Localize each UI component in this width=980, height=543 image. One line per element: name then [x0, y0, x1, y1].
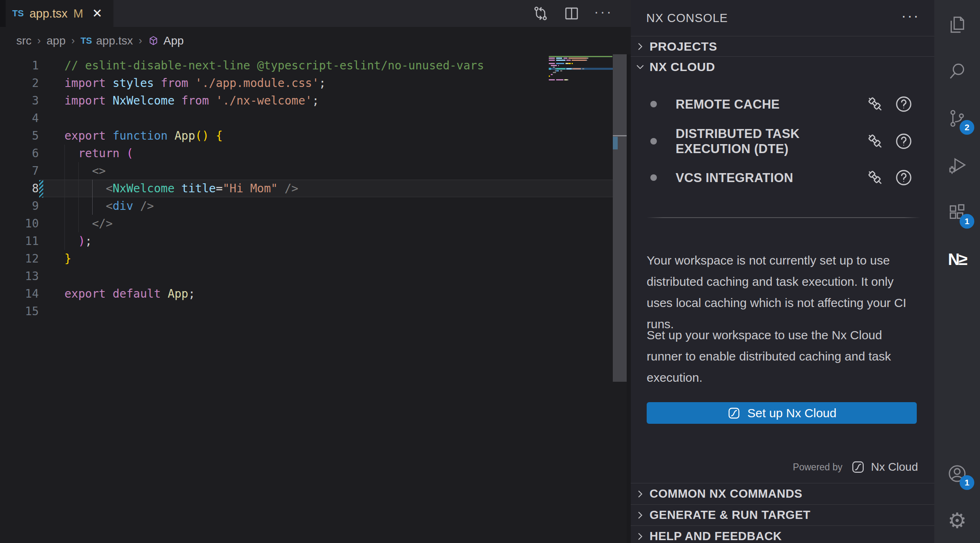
line-number: 13 — [0, 267, 39, 285]
code-line[interactable]: 12} — [0, 250, 547, 267]
open-changes-icon[interactable] — [532, 5, 549, 22]
line-number: 1 — [0, 57, 39, 74]
line-number: 4 — [0, 109, 39, 127]
nx-cloud-item[interactable]: VCS INTEGRATION — [631, 166, 934, 189]
help-question-icon[interactable] — [894, 168, 913, 187]
code-line[interactable]: 10 </> — [0, 215, 547, 232]
section-label: NX CLOUD — [650, 60, 715, 74]
accounts-badge: 1 — [960, 475, 974, 490]
line-content: </> — [39, 215, 113, 232]
help-question-icon[interactable] — [894, 95, 913, 113]
breadcrumb-separator: › — [37, 34, 41, 47]
editor-panel-gap — [627, 54, 631, 543]
more-actions-icon[interactable]: ··· — [594, 4, 613, 22]
nx-console-icon[interactable]: N≥ — [934, 236, 980, 282]
code-line[interactable]: 15 — [0, 303, 547, 320]
minimap[interactable] — [549, 54, 613, 99]
help-question-icon[interactable] — [894, 132, 913, 151]
code-line[interactable]: 4 — [0, 109, 547, 127]
explorer-icon[interactable] — [934, 2, 980, 47]
line-content: <NxWelcome title="Hi Mom" /> — [39, 180, 298, 197]
chevron-right-icon — [635, 489, 645, 499]
breadcrumb-symbol[interactable]: App — [163, 34, 184, 47]
panel-more-actions-icon[interactable]: ··· — [901, 7, 920, 24]
code-line[interactable]: 6 return ( — [0, 145, 547, 162]
line-number: 7 — [0, 162, 39, 180]
connect-plug-icon[interactable] — [866, 168, 885, 187]
source-control-badge: 2 — [960, 120, 974, 135]
breadcrumb: src › app › TS app.tsx › App — [0, 27, 631, 54]
tab-file-name: app.tsx — [29, 7, 68, 20]
connect-plug-icon[interactable] — [866, 132, 885, 151]
breadcrumb-app[interactable]: app — [47, 34, 66, 47]
line-number: 15 — [0, 303, 39, 320]
code-lines: 1// eslint-disable-next-line @typescript… — [0, 57, 547, 320]
extensions-icon[interactable]: 1 — [934, 189, 980, 235]
symbol-cube-icon — [148, 35, 159, 47]
connect-plug-icon[interactable] — [866, 95, 885, 113]
breadcrumb-src[interactable]: src — [16, 34, 31, 47]
code-line[interactable]: 3import NxWelcome from './nx-welcome'; — [0, 92, 547, 109]
line-content: import styles from './app.module.css'; — [39, 74, 326, 92]
section-label: HELP AND FEEDBACK — [650, 530, 782, 543]
source-control-icon[interactable]: 2 — [934, 96, 980, 141]
code-line[interactable]: 9 <div /> — [0, 197, 547, 215]
line-content: // eslint-disable-next-line @typescript-… — [39, 57, 484, 74]
search-icon[interactable] — [934, 49, 980, 94]
code-line[interactable]: 1// eslint-disable-next-line @typescript… — [0, 57, 547, 74]
line-content: export function App() { — [39, 127, 223, 145]
scrollbar-modified-decoration — [613, 137, 618, 149]
nx-cloud-brand-label: Nx Cloud — [871, 461, 918, 474]
nx-cloud-item-actions — [866, 132, 913, 151]
chevron-right-icon — [635, 510, 645, 521]
scrollbar-divider — [613, 135, 627, 136]
nx-console-panel: NX CONSOLE ··· PROJECTS NX CLOUD REMOTE … — [631, 0, 934, 543]
setup-instruction-text: Set up your workspace to use the Nx Clou… — [647, 325, 918, 388]
nx-cloud-item[interactable]: REMOTE CACHE — [631, 92, 934, 116]
line-content — [39, 109, 64, 127]
nx-cloud-item-label: DISTRIBUTED TASK EXECUTION (DTE) — [676, 126, 807, 156]
code-line[interactable]: 7 <> — [0, 162, 547, 180]
code-line[interactable]: 14export default App; — [0, 285, 547, 303]
split-editor-icon[interactable] — [563, 5, 580, 22]
chevron-right-icon — [635, 41, 645, 52]
breadcrumb-separator: › — [71, 34, 75, 47]
chevron-down-icon — [635, 62, 645, 72]
line-number: 11 — [0, 232, 39, 250]
section-projects[interactable]: PROJECTS — [631, 36, 934, 56]
code-line[interactable]: 8 <NxWelcome title="Hi Mom" /> — [0, 180, 547, 197]
setup-nx-cloud-button[interactable]: Set up Nx Cloud — [647, 402, 917, 424]
tab-app-tsx[interactable]: TS app.tsx M ✕ — [6, 0, 113, 27]
line-number: 9 — [0, 197, 39, 215]
divider — [646, 217, 920, 218]
close-tab-icon[interactable]: ✕ — [92, 7, 102, 20]
section-help-and-feedback[interactable]: HELP AND FEEDBACK — [631, 525, 934, 543]
code-line[interactable]: 13 — [0, 267, 547, 285]
nx-cloud-item-label: REMOTE CACHE — [676, 97, 780, 112]
code-area[interactable]: 1// eslint-disable-next-line @typescript… — [0, 54, 631, 543]
minimap-modified-marker — [549, 68, 551, 70]
status-dot — [650, 138, 657, 145]
modified-badge: M — [73, 7, 83, 20]
breadcrumb-file[interactable]: app.tsx — [96, 34, 133, 47]
section-label: PROJECTS — [650, 40, 717, 53]
settings-gear-icon[interactable]: ⚙ — [934, 498, 980, 543]
section-nx-cloud[interactable]: NX CLOUD — [631, 56, 934, 77]
workspace-status-text: Your workspace is not currently set up t… — [647, 250, 918, 335]
line-content: } — [39, 250, 71, 267]
accounts-icon[interactable]: 1 — [934, 451, 980, 496]
line-content: <> — [39, 162, 106, 180]
nx-cloud-item[interactable]: DISTRIBUTED TASK EXECUTION (DTE) — [631, 122, 934, 161]
line-number: 3 — [0, 92, 39, 109]
code-line[interactable]: 5export function App() { — [0, 127, 547, 145]
editor-scrollbar[interactable] — [613, 54, 627, 382]
section-common-nx-commands[interactable]: COMMON NX COMMANDS — [631, 483, 934, 504]
run-debug-icon[interactable] — [934, 142, 980, 188]
section-label: GENERATE & RUN TARGET — [650, 508, 810, 522]
panel-title: NX CONSOLE — [646, 11, 728, 25]
nx-cloud-item-actions — [866, 95, 913, 113]
line-content — [39, 303, 64, 320]
code-line[interactable]: 11 ); — [0, 232, 547, 250]
section-generate-run-target[interactable]: GENERATE & RUN TARGET — [631, 504, 934, 525]
code-line[interactable]: 2import styles from './app.module.css'; — [0, 74, 547, 92]
